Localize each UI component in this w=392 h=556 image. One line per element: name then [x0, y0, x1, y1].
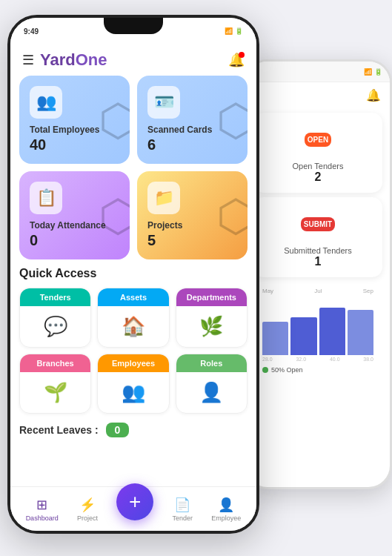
stat-grid: 👥 Total Employees 40 ⬡ 🪪 Scanned Cards 6… — [19, 76, 248, 259]
open-tenders-label: Open Tenders — [293, 162, 344, 171]
employee-nav-icon: 👤 — [218, 497, 234, 513]
dashboard-icon: ⊞ — [36, 497, 47, 513]
projects-icon: 📁 — [147, 182, 180, 214]
open-tenders-card: OPEN Open Tenders 2 — [253, 113, 382, 193]
bar-1 — [262, 322, 288, 355]
stat-card-employees[interactable]: 👥 Total Employees 40 ⬡ — [19, 76, 130, 164]
recent-leaves-row: Recent Leaves : 0 — [19, 423, 248, 437]
employees-icon: 👥 — [30, 86, 62, 119]
qa-label-assets: Assets — [98, 288, 168, 306]
header-right: 🔔 — [228, 52, 245, 68]
hex-decoration-3: ⬡ — [99, 190, 130, 242]
notification-dot — [239, 52, 245, 58]
nav-tender[interactable]: 📄 Tender — [172, 497, 193, 522]
stat-card-attendance[interactable]: 📋 Today Attendance 0 ⬡ — [19, 171, 130, 259]
bar-4 — [348, 310, 373, 355]
submitted-tenders-value: 1 — [315, 255, 322, 268]
bottom-nav: ⊞ Dashboard ⚡ Project + 📄 Tender 👤 Emplo… — [10, 486, 256, 531]
qa-label-departments: Departments — [176, 288, 247, 306]
qa-icon-branches: 🌱 — [20, 372, 90, 413]
legend-dot — [262, 367, 268, 373]
nav-tender-label: Tender — [172, 514, 193, 522]
app-header: ☰ YardOne 🔔 — [10, 44, 256, 76]
qa-card-branches[interactable]: Branches🌱 — [19, 354, 91, 414]
qa-icon-departments: 🌿 — [176, 306, 247, 347]
submitted-tenders-label: Submitted Tenders — [284, 246, 352, 255]
back-bell: 🔔 — [246, 82, 390, 108]
qa-label-roles: Roles — [176, 354, 247, 372]
recent-leaves-badge: 0 — [106, 423, 130, 437]
open-tenders-icon: OPEN — [300, 122, 336, 157]
nav-project[interactable]: ⚡ Project — [77, 497, 98, 522]
tender-icon: 📄 — [174, 497, 190, 513]
attendance-icon: 📋 — [30, 182, 62, 214]
hex-decoration-4: ⬡ — [216, 190, 248, 242]
app-logo: YardOne — [40, 50, 107, 70]
header-left: ☰ YardOne — [22, 50, 107, 70]
back-status-icons: 📶 🔋 — [364, 68, 382, 76]
logo-yard: Yard — [40, 50, 76, 69]
qa-card-employees[interactable]: Employees👥 — [97, 354, 169, 414]
quick-access-title: Quick Access — [19, 267, 248, 280]
nav-dashboard[interactable]: ⊞ Dashboard — [26, 497, 59, 522]
qa-icon-employees: 👥 — [98, 372, 168, 413]
chart-legend: 50% Open — [259, 363, 376, 377]
qa-card-tenders[interactable]: Tenders💬 — [19, 288, 91, 348]
qa-card-assets[interactable]: Assets🏠 — [97, 288, 169, 348]
qa-label-employees: Employees — [98, 354, 168, 372]
stat-card-scanned[interactable]: 🪪 Scanned Cards 6 ⬡ — [137, 76, 248, 164]
bar-2 — [290, 317, 316, 355]
submitted-tenders-icon: SUBMIT — [300, 206, 336, 242]
nav-employee[interactable]: 👤 Employee — [211, 497, 241, 522]
nav-dashboard-label: Dashboard — [26, 514, 59, 522]
qa-card-roles[interactable]: Roles👤 — [176, 354, 248, 414]
hex-decoration-2: ⬡ — [216, 94, 248, 146]
legend-text: 50% Open — [271, 366, 303, 374]
phone-front: 9:49 📶 🔋 ☰ YardOne 🔔 👥 Total Employees 4… — [7, 15, 259, 534]
notch — [104, 18, 163, 34]
qa-card-departments[interactable]: Departments🌿 — [176, 288, 248, 348]
main-content: 👥 Total Employees 40 ⬡ 🪪 Scanned Cards 6… — [10, 76, 256, 491]
nav-employee-label: Employee — [211, 514, 241, 522]
stat-card-projects[interactable]: 📁 Projects 5 ⬡ — [137, 171, 248, 259]
scanned-icon: 🪪 — [147, 86, 180, 119]
back-chart: MayJulSep 28.032.040.038.0 50% Open — [253, 282, 382, 383]
submitted-tenders-card: SUBMIT Submitted Tenders 1 — [253, 197, 382, 277]
project-icon: ⚡ — [79, 497, 96, 513]
status-bar: 9:49 📶 🔋 — [10, 18, 256, 44]
qa-icon-tenders: 💬 — [20, 306, 90, 347]
logo-one: One — [76, 50, 107, 69]
chart-bars — [259, 296, 376, 355]
hamburger-icon[interactable]: ☰ — [22, 52, 34, 68]
qa-label-tenders: Tenders — [20, 288, 90, 306]
bar-3 — [319, 308, 345, 355]
qa-icon-assets: 🏠 — [98, 306, 168, 347]
qa-icon-roles: 👤 — [176, 372, 247, 413]
status-icons: 📶 🔋 — [225, 27, 243, 35]
quick-access-grid: Tenders💬Assets🏠Departments🌿Branches🌱Empl… — [19, 288, 248, 414]
status-time: 9:49 — [24, 27, 39, 36]
qa-label-branches: Branches — [20, 354, 90, 372]
phone-back: 📶 🔋 🔔 OPEN Open Tenders 2 SUBMIT Submitt… — [244, 59, 392, 489]
hex-decoration: ⬡ — [99, 94, 130, 146]
back-status-bar: 📶 🔋 — [246, 62, 390, 82]
nav-project-label: Project — [77, 514, 98, 522]
open-tenders-value: 2 — [315, 171, 322, 184]
nav-fab-button[interactable]: + — [116, 483, 153, 520]
recent-leaves-label: Recent Leaves : — [19, 424, 99, 436]
